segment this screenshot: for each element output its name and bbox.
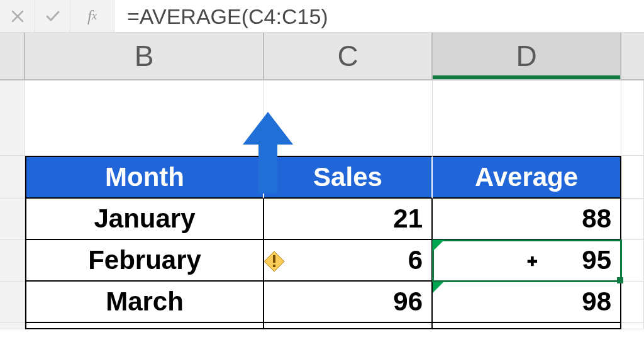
cell-average[interactable]: 98: [433, 282, 621, 323]
cell[interactable]: [433, 323, 621, 329]
formula-text: =AVERAGE(C4:C15): [127, 4, 328, 29]
cell-average[interactable]: 88: [433, 199, 621, 240]
error-triangle-icon: [433, 240, 444, 251]
select-all-corner[interactable]: [0, 33, 25, 79]
table-row: [0, 323, 644, 329]
cell-sales[interactable]: 6: [264, 240, 433, 282]
row-header[interactable]: [0, 323, 25, 329]
worksheet-grid[interactable]: Month Sales Average January 21 88 Februa…: [0, 80, 644, 329]
cell[interactable]: [25, 323, 264, 329]
cell[interactable]: [264, 323, 433, 329]
header-sales[interactable]: Sales: [264, 156, 433, 199]
table-row: January 21 88: [0, 199, 644, 240]
cell[interactable]: [433, 80, 621, 156]
cell-month[interactable]: January: [25, 199, 264, 240]
row-header[interactable]: [0, 156, 25, 199]
table-row: March 96 98: [0, 282, 644, 323]
insert-function-icon[interactable]: fx: [70, 0, 114, 32]
warning-icon[interactable]: [263, 249, 286, 272]
column-header-next[interactable]: [621, 33, 644, 79]
cell-sales[interactable]: 21: [264, 199, 433, 240]
empty-row[interactable]: [0, 80, 644, 156]
cell[interactable]: [621, 80, 644, 156]
cell[interactable]: [621, 199, 644, 240]
selected-cell[interactable]: ✚ 95: [433, 240, 621, 282]
cell[interactable]: [621, 240, 644, 282]
formula-bar: fx =AVERAGE(C4:C15): [0, 0, 644, 33]
cell[interactable]: [621, 323, 644, 329]
cell-month[interactable]: February: [25, 240, 264, 282]
cell[interactable]: [264, 80, 433, 156]
header-month[interactable]: Month: [25, 156, 264, 199]
header-average[interactable]: Average: [433, 156, 621, 199]
column-header-b[interactable]: B: [25, 33, 264, 79]
cell[interactable]: [621, 282, 644, 323]
formula-input[interactable]: =AVERAGE(C4:C15): [114, 0, 644, 32]
row-header[interactable]: [0, 240, 25, 282]
row-header[interactable]: [0, 80, 25, 156]
table-row: February 6 ✚ 95: [0, 240, 644, 282]
cell[interactable]: [621, 156, 644, 199]
cell-cursor-icon: ✚: [527, 254, 538, 269]
error-triangle-icon: [433, 282, 444, 293]
fill-handle[interactable]: [617, 277, 623, 283]
column-header-d-active[interactable]: D: [433, 33, 621, 79]
cancel-icon[interactable]: [0, 0, 35, 32]
cell-month[interactable]: March: [25, 282, 264, 323]
svg-rect-2: [273, 255, 275, 263]
row-header[interactable]: [0, 199, 25, 240]
cell[interactable]: [25, 80, 264, 156]
svg-rect-3: [273, 265, 275, 267]
cell-sales[interactable]: 96: [264, 282, 433, 323]
column-header-c[interactable]: C: [264, 33, 433, 79]
confirm-icon[interactable]: [35, 0, 70, 32]
column-header-row: B C D: [0, 33, 644, 80]
row-header[interactable]: [0, 282, 25, 323]
table-header-row: Month Sales Average: [0, 156, 644, 199]
